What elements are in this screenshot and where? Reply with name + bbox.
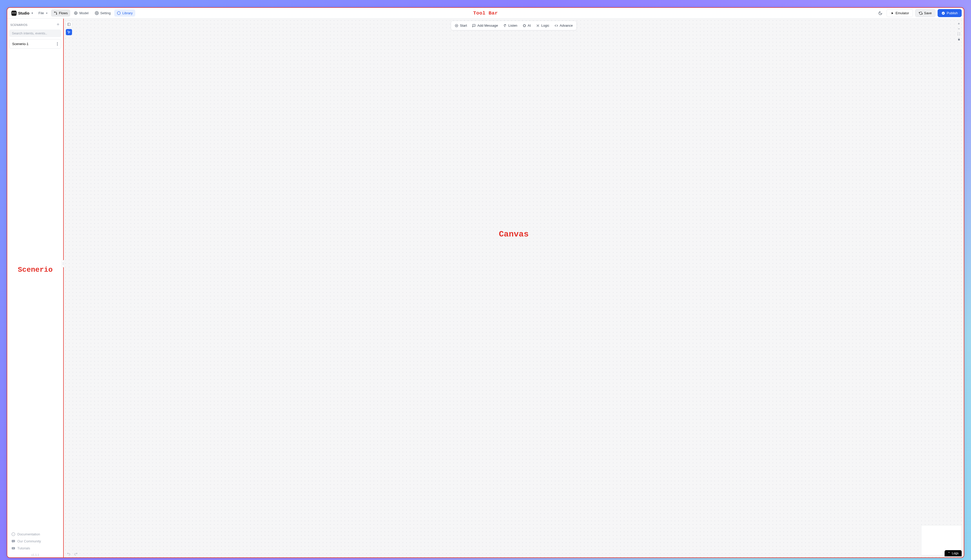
toolbar-annotation: Tool Bar bbox=[473, 10, 498, 16]
cursor-tool-button[interactable] bbox=[66, 29, 72, 35]
discord-icon bbox=[12, 539, 15, 543]
code-icon bbox=[554, 24, 558, 27]
dot-icon bbox=[57, 43, 58, 44]
theme-toggle[interactable] bbox=[876, 9, 884, 17]
svg-point-15 bbox=[456, 25, 457, 26]
model-icon bbox=[74, 11, 78, 15]
tab-library-label: Library bbox=[122, 11, 133, 15]
toolbar-left: Studio ▾ File ▾ Flows Model Setting Li bbox=[9, 10, 135, 17]
svg-point-7 bbox=[63, 263, 63, 264]
panel-toggle-button[interactable] bbox=[66, 21, 72, 27]
file-label: File bbox=[38, 11, 44, 15]
undo-redo-controls bbox=[67, 552, 78, 556]
community-label: Our Community bbox=[17, 539, 41, 543]
save-button[interactable]: Save bbox=[915, 9, 936, 17]
canvas-annotation: Canvas bbox=[499, 230, 529, 239]
publish-label: Publish bbox=[947, 11, 958, 15]
ai-icon bbox=[522, 24, 526, 27]
canvas[interactable] bbox=[64, 18, 964, 557]
node-ai[interactable]: AI bbox=[520, 22, 534, 29]
zoom-out-button[interactable]: − bbox=[956, 27, 962, 31]
node-add-message-label: Add Message bbox=[477, 23, 498, 27]
check-circle-icon bbox=[941, 12, 945, 15]
logs-label: Logs bbox=[952, 552, 959, 555]
svg-point-9 bbox=[63, 265, 63, 265]
community-link[interactable]: Our Community bbox=[10, 538, 60, 545]
node-logic-label: Logic bbox=[541, 23, 549, 27]
node-listen[interactable]: Listen bbox=[501, 22, 520, 29]
node-advance-label: Advance bbox=[560, 23, 573, 27]
scenario-item[interactable]: Scenerio-1 bbox=[9, 39, 61, 49]
node-logic[interactable]: x Logic bbox=[534, 22, 552, 29]
brand-logo-icon bbox=[12, 11, 17, 16]
tab-setting-label: Setting bbox=[100, 11, 111, 15]
tab-setting[interactable]: Setting bbox=[92, 10, 113, 17]
body: SCENARIOS Scenerio-1 Scenerio bbox=[7, 18, 964, 557]
tab-model-label: Model bbox=[79, 11, 88, 15]
publish-button[interactable]: Publish bbox=[938, 9, 962, 17]
svg-text:x: x bbox=[537, 25, 538, 27]
scenario-menu-button[interactable] bbox=[57, 42, 58, 46]
sidebar-footer: Documentation Our Community Tutorials bbox=[7, 529, 63, 553]
logs-panel-toggle[interactable]: ⌃ Logs bbox=[944, 550, 962, 557]
toolbar-right: Emulator Save Publish bbox=[876, 9, 962, 17]
dot-icon bbox=[57, 45, 58, 46]
svg-rect-16 bbox=[523, 25, 525, 27]
tab-flows[interactable]: Flows bbox=[51, 10, 70, 17]
node-start-label: Start bbox=[460, 23, 467, 27]
redo-button[interactable] bbox=[73, 552, 78, 556]
brand-menu[interactable]: Studio ▾ bbox=[9, 10, 35, 17]
svg-point-3 bbox=[97, 13, 97, 14]
svg-point-1 bbox=[56, 14, 57, 15]
sidebar-annotation: Scenerio bbox=[18, 266, 53, 274]
add-scenario-button[interactable] bbox=[56, 22, 60, 27]
node-ai-label: AI bbox=[528, 23, 531, 27]
save-label: Save bbox=[924, 11, 932, 15]
tutorials-link[interactable]: Tutorials bbox=[10, 545, 60, 552]
logic-icon: x bbox=[536, 24, 540, 27]
sidebar-title: SCENARIOS bbox=[10, 23, 27, 27]
sidebar-header: SCENARIOS bbox=[7, 18, 63, 30]
brand-name: Studio bbox=[18, 11, 30, 15]
documentation-link[interactable]: Documentation bbox=[10, 531, 60, 538]
node-add-message[interactable]: Add Message bbox=[470, 22, 501, 29]
expand-icon bbox=[957, 32, 960, 35]
ear-icon bbox=[503, 24, 507, 27]
plus-icon: + bbox=[958, 22, 960, 26]
plus-icon bbox=[56, 22, 60, 27]
lock-view-button[interactable] bbox=[956, 37, 962, 42]
chevron-down-icon: ▾ bbox=[46, 12, 47, 15]
node-start[interactable]: Start bbox=[452, 22, 469, 29]
dot-icon bbox=[57, 42, 58, 43]
node-toolbar: Start Add Message Listen AI x Logic bbox=[451, 21, 577, 30]
cursor-icon bbox=[67, 30, 71, 34]
node-advance[interactable]: Advance bbox=[552, 22, 576, 29]
file-menu[interactable]: File ▾ bbox=[36, 10, 50, 17]
fit-view-button[interactable] bbox=[956, 32, 962, 36]
panel-icon bbox=[67, 23, 71, 26]
zoom-controls: + − bbox=[956, 21, 962, 42]
refresh-icon bbox=[919, 12, 923, 15]
node-listen-label: Listen bbox=[508, 23, 517, 27]
emulator-button[interactable]: Emulator bbox=[886, 9, 913, 17]
app-window: Studio ▾ File ▾ Flows Model Setting Li bbox=[7, 7, 964, 558]
sidebar-spacer: Scenerio bbox=[7, 49, 63, 529]
tab-model[interactable]: Model bbox=[71, 10, 91, 17]
minus-icon: − bbox=[958, 27, 960, 31]
svg-rect-13 bbox=[68, 23, 70, 26]
lock-icon bbox=[958, 38, 960, 41]
flows-icon bbox=[53, 11, 58, 15]
message-icon bbox=[472, 24, 476, 27]
search-input[interactable] bbox=[9, 30, 61, 37]
sidebar: SCENARIOS Scenerio-1 Scenerio bbox=[7, 18, 64, 557]
chevron-down-icon: ▾ bbox=[32, 12, 33, 15]
chevron-up-icon: ⌃ bbox=[948, 552, 950, 555]
tab-library[interactable]: Library bbox=[114, 10, 135, 17]
emulator-label: Emulator bbox=[896, 11, 909, 15]
tab-flows-label: Flows bbox=[59, 11, 68, 15]
undo-button[interactable] bbox=[67, 552, 71, 556]
svg-rect-18 bbox=[958, 39, 959, 40]
canvas-area: Start Add Message Listen AI x Logic bbox=[64, 18, 964, 557]
svg-point-5 bbox=[63, 262, 63, 263]
zoom-in-button[interactable]: + bbox=[956, 21, 962, 26]
